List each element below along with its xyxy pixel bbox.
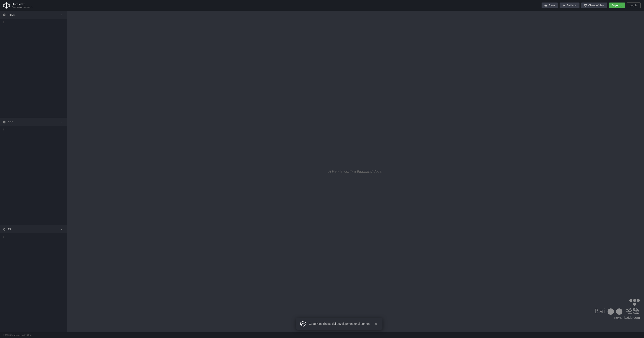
html-editor-header-left: HTML — [2, 13, 16, 17]
html-gear-icon[interactable] — [2, 13, 6, 17]
signup-label: Sign Up — [612, 4, 622, 7]
toast-codepen-icon — [300, 321, 306, 327]
js-editor-panel: JS 1 — [0, 225, 66, 332]
css-editor-body[interactable]: 1 — [0, 126, 66, 225]
html-editor-header: HTML — [0, 11, 66, 19]
gear-icon — [562, 4, 566, 7]
js-lang-label: JS — [8, 228, 11, 231]
css-editor-header: CSS — [0, 118, 66, 126]
header-actions: Save Settings Change View Sign Up Log In — [542, 2, 641, 9]
baidu-watermark: Bai 经验 jingyan.baidu.com — [594, 299, 640, 319]
js-chevron-down-icon — [60, 228, 63, 231]
save-button[interactable]: Save — [542, 3, 558, 8]
status-text: 正在等待 codepen.io 的响应... — [2, 333, 33, 337]
css-gear-icon[interactable] — [2, 120, 6, 124]
js-editor-header: JS — [0, 225, 66, 233]
css-collapse-button[interactable] — [59, 120, 64, 124]
css-chevron-down-icon — [60, 121, 63, 124]
html-collapse-button[interactable] — [59, 13, 64, 17]
svg-marker-6 — [4, 6, 7, 9]
preview-pane: A Pen is worth a thousand docs. Bai 经验 — [67, 11, 644, 332]
baidu-brand-suffix: 经验 — [626, 307, 640, 315]
settings-label: Settings — [567, 4, 576, 7]
title-area: Untitled ▾ Captain Anonymous — [12, 3, 32, 9]
toast-message: CodePen: The social development environm… — [309, 322, 372, 325]
svg-marker-5 — [6, 6, 10, 9]
toast-notification: CodePen: The social development environm… — [296, 318, 382, 329]
app-header: Untitled ▾ Captain Anonymous Save Settin… — [0, 0, 644, 11]
css-line-1: 1 — [0, 128, 66, 132]
editors-column: HTML 1 CSS — [0, 11, 67, 332]
signup-button[interactable]: Sign Up — [609, 3, 625, 8]
js-collapse-button[interactable] — [59, 227, 64, 231]
change-view-label: Change View — [588, 4, 604, 7]
pen-title[interactable]: Untitled ▾ — [12, 3, 32, 6]
login-label: Log In — [630, 4, 638, 7]
pen-title-chevron: ▾ — [24, 3, 24, 5]
baidu-brand-text: Bai — [594, 307, 605, 315]
html-editor-body[interactable]: 1 — [0, 19, 66, 118]
css-editor-panel: CSS 1 — [0, 118, 66, 225]
bottom-bar: 正在等待 codepen.io 的响应... — [0, 332, 644, 338]
html-line-1: 1 — [0, 21, 66, 25]
change-view-button[interactable]: Change View — [581, 3, 607, 8]
js-editor-header-left: JS — [2, 228, 11, 231]
main-content: HTML 1 CSS — [0, 11, 644, 332]
login-button[interactable]: Log In — [627, 2, 641, 9]
toast-close-button[interactable]: ✕ — [374, 322, 378, 326]
logo-area: Untitled ▾ Captain Anonymous — [3, 2, 542, 9]
monitor-icon — [584, 4, 587, 7]
save-label: Save — [549, 4, 555, 7]
settings-button[interactable]: Settings — [560, 3, 580, 8]
svg-marker-10 — [303, 323, 306, 325]
html-editor-panel: HTML 1 — [0, 11, 66, 118]
css-lang-label: CSS — [8, 121, 14, 124]
toast-close-label: ✕ — [374, 322, 377, 326]
baidu-url: jingyan.baidu.com — [594, 316, 640, 319]
cloud-icon — [544, 4, 548, 7]
js-editor-body[interactable]: 1 — [0, 233, 66, 332]
pen-title-text: Untitled — [12, 3, 23, 6]
js-gear-icon[interactable] — [2, 228, 6, 231]
html-lang-label: HTML — [8, 14, 16, 17]
preview-tagline: A Pen is worth a thousand docs. — [328, 169, 382, 174]
svg-marker-11 — [301, 323, 303, 325]
user-name: Captain Anonymous — [12, 6, 32, 9]
codepen-logo-icon — [3, 2, 10, 9]
html-chevron-down-icon — [60, 14, 63, 16]
js-line-1: 1 — [0, 235, 66, 240]
css-editor-header-left: CSS — [2, 120, 14, 124]
